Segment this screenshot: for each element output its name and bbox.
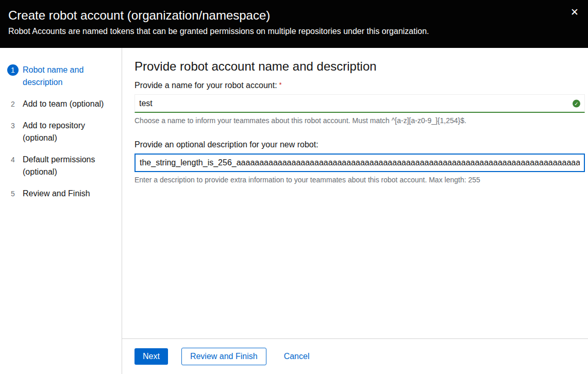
step-label: Add to repository (optional): [23, 120, 113, 144]
wizard-step-review-finish[interactable]: 5 Review and Finish: [0, 183, 122, 205]
wizard-footer: Next Review and Finish Cancel: [122, 338, 588, 374]
step-number-badge: 1: [7, 64, 19, 76]
review-and-finish-button[interactable]: Review and Finish: [181, 348, 266, 365]
modal-subtitle: Robot Accounts are named tokens that can…: [8, 27, 563, 36]
robot-name-input[interactable]: [135, 94, 585, 113]
page-title: Provide robot account name and descripti…: [135, 59, 585, 74]
wizard-body: Provide robot account name and descripti…: [122, 48, 588, 338]
wizard-step-add-to-repository[interactable]: 3 Add to repository (optional): [0, 115, 122, 149]
next-button[interactable]: Next: [135, 348, 168, 365]
wizard-nav: 1 Robot name and description 2 Add to te…: [0, 48, 122, 374]
robot-description-label: Provide an optional description for your…: [135, 140, 585, 149]
robot-description-helper-text: Enter a description to provide extra inf…: [135, 176, 585, 184]
step-number-badge: 2: [7, 98, 19, 110]
success-check-icon: ✓: [573, 100, 580, 108]
robot-description-input-wrap: [135, 154, 585, 172]
spacer: [135, 125, 585, 140]
step-number-badge: 5: [7, 188, 19, 199]
wizard-step-add-to-team[interactable]: 2 Add to team (optional): [0, 93, 122, 115]
robot-description-input[interactable]: [135, 154, 585, 172]
wizard-main: Provide robot account name and descripti…: [122, 48, 588, 374]
close-icon[interactable]: ✕: [568, 5, 581, 19]
modal-title: Create robot account (organization/names…: [8, 7, 563, 23]
required-asterisk: *: [279, 81, 282, 89]
step-label: Review and Finish: [23, 188, 90, 200]
robot-name-form-group: Provide a name for your robot account:* …: [135, 81, 585, 125]
step-label: Robot name and description: [23, 64, 113, 89]
robot-name-input-wrap: ✓: [135, 94, 585, 113]
modal-header: Create robot account (organization/names…: [0, 0, 588, 48]
robot-description-form-group: Provide an optional description for your…: [135, 140, 585, 184]
wizard-step-default-permissions[interactable]: 4 Default permissions (optional): [0, 149, 122, 183]
step-number-badge: 3: [7, 120, 19, 131]
wizard-step-robot-name[interactable]: 1 Robot name and description: [0, 59, 122, 93]
step-number-badge: 4: [7, 154, 19, 165]
step-label: Default permissions (optional): [23, 154, 113, 178]
step-label: Add to team (optional): [23, 98, 104, 110]
wizard: 1 Robot name and description 2 Add to te…: [0, 48, 588, 374]
robot-name-label: Provide a name for your robot account:*: [135, 81, 585, 90]
cancel-button[interactable]: Cancel: [276, 348, 318, 365]
robot-name-helper-text: Choose a name to inform your teammates a…: [135, 116, 585, 125]
